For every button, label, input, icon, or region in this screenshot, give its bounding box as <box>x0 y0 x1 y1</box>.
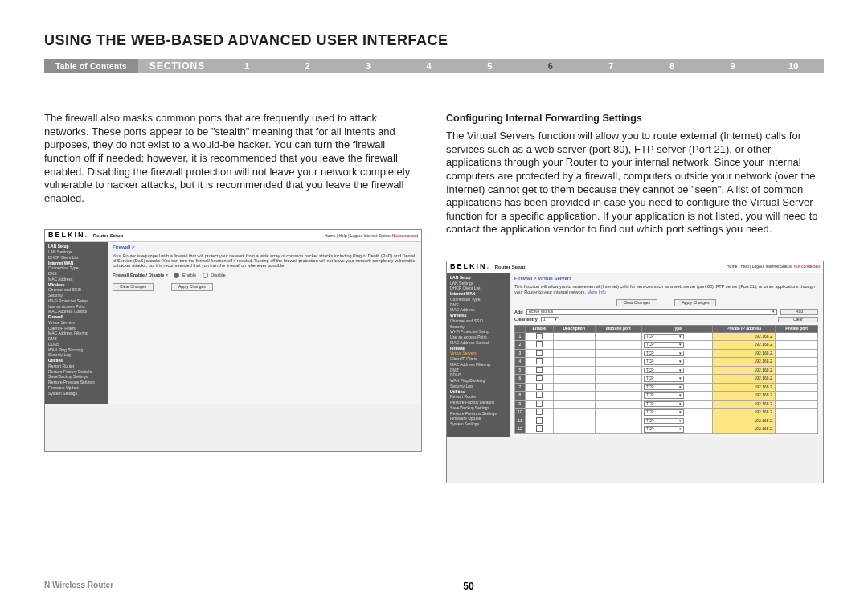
inbound-port-cell[interactable] <box>595 417 641 425</box>
description-cell[interactable] <box>553 358 595 367</box>
private-ip-cell[interactable]: 192.168.2. <box>713 417 776 425</box>
nav-section-9[interactable]: 9 <box>702 59 764 73</box>
add-select[interactable]: Active Worlds <box>526 309 777 315</box>
private-port-cell[interactable] <box>776 332 818 341</box>
inbound-port-cell[interactable] <box>595 375 641 384</box>
private-port-cell[interactable] <box>776 383 818 392</box>
inbound-port-cell[interactable] <box>595 400 641 409</box>
nav-section-4[interactable]: 4 <box>399 59 460 73</box>
inbound-port-cell[interactable] <box>595 366 641 375</box>
private-port-cell[interactable] <box>776 375 818 384</box>
inbound-port-cell[interactable] <box>595 349 641 358</box>
private-ip-cell[interactable]: 192.168.2. <box>713 392 776 401</box>
description-cell[interactable] <box>553 341 595 350</box>
enable-checkbox[interactable] <box>536 384 542 390</box>
inbound-port-cell[interactable] <box>595 383 641 392</box>
enable-checkbox[interactable] <box>536 367 542 373</box>
vs-clear-changes-button[interactable]: Clear Changes <box>616 299 657 307</box>
private-ip-cell[interactable]: 192.168.2. <box>713 349 776 358</box>
sidebar-virtual-servers[interactable]: LAN SetupLAN SettingsDHCP Client ListInt… <box>447 273 510 437</box>
inbound-port-cell[interactable] <box>595 425 641 434</box>
type-cell[interactable]: TCP <box>641 349 713 358</box>
private-ip-cell[interactable]: 192.168.2. <box>713 358 776 367</box>
private-ip-cell[interactable]: 192.168.2. <box>713 409 776 417</box>
type-cell[interactable]: TCP <box>641 358 713 367</box>
clear-changes-button[interactable]: Clear Changes <box>113 283 154 291</box>
private-port-cell[interactable] <box>776 400 818 409</box>
inbound-port-cell[interactable] <box>595 392 641 401</box>
enable-checkbox[interactable] <box>536 401 542 407</box>
private-ip-cell[interactable]: 192.168.2. <box>713 375 776 384</box>
type-cell[interactable]: TCP <box>641 341 713 350</box>
enable-checkbox[interactable] <box>536 425 542 432</box>
inbound-port-cell[interactable] <box>595 358 641 367</box>
enable-checkbox[interactable] <box>536 375 542 381</box>
enable-checkbox[interactable] <box>536 358 542 364</box>
private-port-cell[interactable] <box>776 349 818 358</box>
private-port-cell[interactable] <box>776 425 818 434</box>
description-cell[interactable] <box>553 332 595 341</box>
add-label: Add <box>514 310 523 314</box>
private-ip-cell[interactable]: 192.168.2. <box>713 366 776 375</box>
top-links[interactable]: Home | Help | Logout Internet Status: No… <box>325 234 418 239</box>
clear-entry-select[interactable]: 1 <box>541 317 559 323</box>
enable-checkbox[interactable] <box>536 409 542 415</box>
vs-apply-changes-button[interactable]: Apply Changes <box>674 299 716 307</box>
inbound-port-cell[interactable] <box>595 409 641 417</box>
nav-section-3[interactable]: 3 <box>338 59 399 73</box>
nav-section-5[interactable]: 5 <box>459 59 520 73</box>
apply-changes-button[interactable]: Apply Changes <box>171 283 213 291</box>
more-info-link[interactable]: More Info <box>588 290 606 294</box>
nav-section-7[interactable]: 7 <box>581 59 642 73</box>
nav-section-10[interactable]: 10 <box>763 59 824 73</box>
private-ip-cell[interactable]: 192.168.2. <box>713 383 776 392</box>
enable-checkbox[interactable] <box>536 350 542 356</box>
description-cell[interactable] <box>553 425 595 434</box>
type-cell[interactable]: TCP <box>641 332 713 341</box>
type-cell[interactable]: TCP <box>641 417 713 425</box>
enable-checkbox[interactable] <box>536 392 542 398</box>
type-cell[interactable]: TCP <box>641 400 713 409</box>
private-port-cell[interactable] <box>776 409 818 417</box>
radio-disable[interactable] <box>203 273 208 278</box>
description-cell[interactable] <box>553 375 595 384</box>
description-cell[interactable] <box>553 383 595 392</box>
add-button[interactable]: Add <box>780 309 818 315</box>
private-port-cell[interactable] <box>776 392 818 401</box>
enable-checkbox[interactable] <box>536 341 542 347</box>
inbound-port-cell[interactable] <box>595 341 641 350</box>
type-cell[interactable]: TCP <box>641 375 713 384</box>
enable-checkbox[interactable] <box>536 417 542 424</box>
page-number: 50 <box>463 581 473 592</box>
clear-button[interactable]: Clear <box>778 317 818 323</box>
nav-section-2[interactable]: 2 <box>277 59 338 73</box>
description-cell[interactable] <box>553 400 595 409</box>
sidebar-firewall[interactable]: LAN SetupLAN SettingsDHCP Client ListInt… <box>45 242 108 404</box>
nav-section-6[interactable]: 6 <box>520 59 581 73</box>
type-cell[interactable]: TCP <box>641 383 713 392</box>
private-port-cell[interactable] <box>776 341 818 350</box>
private-ip-cell[interactable]: 192.168.2. <box>713 341 776 350</box>
private-port-cell[interactable] <box>776 366 818 375</box>
type-cell[interactable]: TCP <box>641 366 713 375</box>
private-ip-cell[interactable]: 192.168.2. <box>713 400 776 409</box>
private-port-cell[interactable] <box>776 358 818 367</box>
top-links-2[interactable]: Home | Help | Logout Internet Status: No… <box>727 265 820 269</box>
private-ip-cell[interactable]: 192.168.2. <box>713 425 776 434</box>
enable-checkbox[interactable] <box>536 333 542 339</box>
description-cell[interactable] <box>553 409 595 417</box>
type-cell[interactable]: TCP <box>641 409 713 417</box>
nav-section-1[interactable]: 1 <box>216 59 277 73</box>
inbound-port-cell[interactable] <box>595 332 641 341</box>
private-ip-cell[interactable]: 192.168.2. <box>713 332 776 341</box>
description-cell[interactable] <box>553 417 595 425</box>
type-cell[interactable]: TCP <box>641 392 713 401</box>
type-cell[interactable]: TCP <box>641 425 713 434</box>
private-port-cell[interactable] <box>776 417 818 425</box>
description-cell[interactable] <box>553 366 595 375</box>
description-cell[interactable] <box>553 392 595 401</box>
radio-enable[interactable] <box>174 273 179 278</box>
nav-section-8[interactable]: 8 <box>641 59 702 73</box>
nav-toc[interactable]: Table of Contents <box>44 59 138 73</box>
description-cell[interactable] <box>553 349 595 358</box>
